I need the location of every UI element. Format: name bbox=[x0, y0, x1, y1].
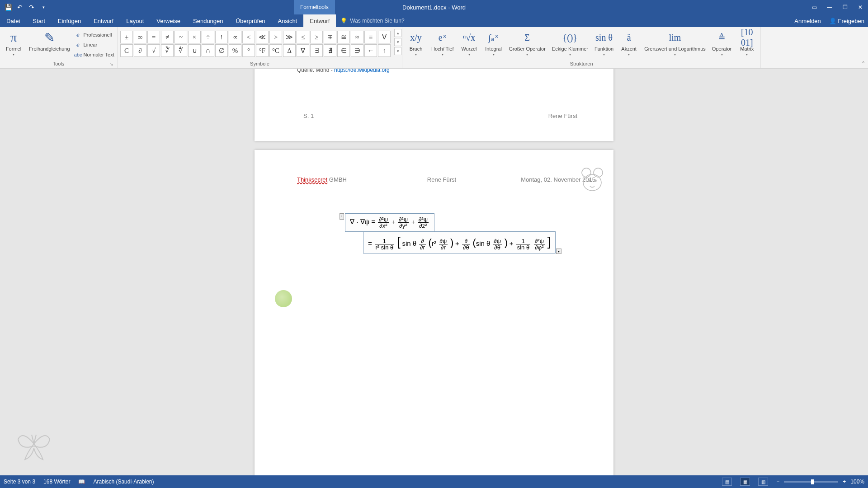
symbol-cell[interactable]: ∋ bbox=[351, 44, 363, 57]
status-proofing-icon[interactable]: 📖 bbox=[78, 479, 85, 485]
symbol-gallery[interactable]: ±∞=≠~×÷!∝<≪>≫≤≥∓≅≈≡∀ C∂√∛∜∪∩∅%°°F°C∆∇∃∄∈… bbox=[120, 29, 391, 57]
symbol-gallery-scroll[interactable]: ▴ ▾ ▾ bbox=[394, 29, 401, 55]
symbol-cell[interactable]: ∩ bbox=[202, 44, 214, 57]
formel-button[interactable]: π Formel ▾ bbox=[3, 29, 24, 57]
restore-icon[interactable]: ❐ bbox=[837, 0, 853, 14]
symbol-cell[interactable]: < bbox=[242, 31, 255, 43]
redo-icon[interactable]: ↷ bbox=[26, 2, 37, 13]
normaler-text-button[interactable]: abcNormaler Text bbox=[75, 50, 114, 60]
symbol-cell[interactable]: × bbox=[188, 31, 201, 43]
symbol-cell[interactable]: ≈ bbox=[351, 31, 363, 43]
equation-line2[interactable]: = 1r² sin θ [ sin θ ∂∂r (r² ∂ψ∂r ) + ∂∂θ… bbox=[363, 231, 556, 253]
save-icon[interactable]: 💾 bbox=[3, 2, 14, 13]
share-button[interactable]: 👤 Freigeben bbox=[829, 18, 864, 24]
symbol-cell[interactable]: ~ bbox=[175, 31, 187, 43]
symbol-cell[interactable]: ↑ bbox=[378, 44, 391, 57]
symbol-cell[interactable]: ∈ bbox=[337, 44, 350, 57]
ribbon-options-icon[interactable]: ▭ bbox=[807, 0, 822, 14]
symbol-cell[interactable]: ∄ bbox=[324, 44, 336, 57]
symbol-cell[interactable]: ≡ bbox=[364, 31, 377, 43]
minimize-icon[interactable]: — bbox=[822, 0, 837, 14]
symbol-cell[interactable]: C bbox=[120, 44, 133, 57]
operator-button[interactable]: ≜ Operator ▾ bbox=[710, 29, 733, 57]
symbol-cell[interactable]: = bbox=[147, 31, 160, 43]
symbol-cell[interactable]: ≥ bbox=[310, 31, 323, 43]
symbol-cell[interactable]: ∃ bbox=[310, 44, 323, 57]
integral-button[interactable]: ∫ₐˣ Integral ▾ bbox=[483, 29, 505, 57]
linear-button[interactable]: ⅇLinear bbox=[75, 40, 114, 50]
scroll-up-icon[interactable]: ▴ bbox=[394, 29, 401, 37]
signin-link[interactable]: Anmelden bbox=[794, 18, 821, 24]
symbol-cell[interactable]: °F bbox=[256, 44, 269, 57]
symbol-cell[interactable]: ≪ bbox=[256, 31, 269, 43]
equation-handle-icon[interactable]: ⋮ bbox=[340, 213, 344, 220]
source-link[interactable]: https://de.wikipedia.org bbox=[334, 69, 390, 73]
symbol-cell[interactable]: % bbox=[229, 44, 241, 57]
symbol-cell[interactable]: √ bbox=[147, 44, 160, 57]
close-icon[interactable]: ✕ bbox=[853, 0, 868, 14]
symbol-cell[interactable]: ∞ bbox=[134, 31, 146, 43]
undo-icon[interactable]: ↶ bbox=[14, 2, 25, 13]
tab-ansicht[interactable]: Ansicht bbox=[272, 14, 304, 27]
symbol-cell[interactable]: ∆ bbox=[283, 44, 296, 57]
tab-datei[interactable]: Datei bbox=[0, 14, 26, 27]
equation-object[interactable]: ⋮ ∇ · ∇ψ = ∂²ψ∂x² + ∂²ψ∂y² + ∂²ψ∂z² = 1r… bbox=[345, 213, 556, 253]
symbol-cell[interactable]: ← bbox=[364, 44, 377, 57]
symbol-cell[interactable]: ∓ bbox=[324, 31, 336, 43]
zoom-value[interactable]: 100% bbox=[850, 479, 864, 485]
tab-verweise[interactable]: Verweise bbox=[150, 14, 187, 27]
equation-options-icon[interactable]: ▾ bbox=[556, 249, 561, 254]
funktion-button[interactable]: sin θ Funktion ▾ bbox=[593, 29, 615, 57]
tell-me-search[interactable]: 💡 Was möchten Sie tun? bbox=[336, 14, 404, 27]
symbol-cell[interactable]: ∝ bbox=[229, 31, 241, 43]
symbol-cell[interactable]: ± bbox=[120, 31, 133, 43]
symbol-cell[interactable]: ≫ bbox=[283, 31, 296, 43]
zoom-control[interactable]: − + 100% bbox=[776, 479, 864, 485]
symbol-cell[interactable]: ≤ bbox=[297, 31, 309, 43]
symbol-cell[interactable]: ! bbox=[215, 31, 228, 43]
status-page[interactable]: Seite 3 von 3 bbox=[4, 479, 35, 485]
freihand-button[interactable]: ✎ Freihandgleichung bbox=[27, 29, 72, 52]
equation-line1[interactable]: ∇ · ∇ψ = ∂²ψ∂x² + ∂²ψ∂y² + ∂²ψ∂z² bbox=[345, 213, 434, 232]
read-mode-icon[interactable]: ▤ bbox=[722, 478, 732, 486]
tab-layout[interactable]: Layout bbox=[120, 14, 150, 27]
zoom-in-icon[interactable]: + bbox=[843, 479, 846, 485]
symbol-cell[interactable]: > bbox=[269, 31, 282, 43]
scroll-down-icon[interactable]: ▾ bbox=[394, 38, 401, 46]
bruch-button[interactable]: x/y Bruch ▾ bbox=[405, 29, 427, 57]
zoom-slider[interactable] bbox=[784, 481, 838, 483]
document-area[interactable]: Quelle. Mond - https://de.wikipedia.org … bbox=[0, 69, 868, 475]
matrix-button[interactable]: [10 01] Matrix ▾ bbox=[736, 29, 758, 57]
wurzel-button[interactable]: ⁿ√x Wurzel ▾ bbox=[458, 29, 480, 57]
grosser-button[interactable]: Σ Großer Operator ▾ bbox=[507, 29, 547, 57]
web-layout-icon[interactable]: ▥ bbox=[758, 478, 768, 486]
professionell-button[interactable]: ⅇProfessionell bbox=[75, 30, 114, 40]
symbol-cell[interactable]: ≅ bbox=[337, 31, 350, 43]
symbol-cell[interactable]: ÷ bbox=[202, 31, 214, 43]
status-words[interactable]: 168 Wörter bbox=[43, 479, 70, 485]
symbol-cell[interactable]: ∂ bbox=[134, 44, 146, 57]
symbol-cell[interactable]: ∅ bbox=[215, 44, 228, 57]
print-layout-icon[interactable]: ▦ bbox=[740, 478, 750, 486]
symbol-cell[interactable]: °C bbox=[269, 44, 282, 57]
tab-einfuegen[interactable]: Einfügen bbox=[52, 14, 87, 27]
tab-start[interactable]: Start bbox=[26, 14, 51, 27]
tab-sendungen[interactable]: Sendungen bbox=[187, 14, 230, 27]
symbol-cell[interactable]: ∜ bbox=[175, 44, 187, 57]
symbol-cell[interactable]: ° bbox=[242, 44, 255, 57]
dialog-launcher-icon[interactable]: ↘ bbox=[110, 62, 113, 66]
collapse-ribbon-icon[interactable]: ⌃ bbox=[861, 61, 865, 66]
symbol-cell[interactable]: ∀ bbox=[378, 31, 391, 43]
status-language[interactable]: Arabisch (Saudi-Arabien) bbox=[93, 479, 154, 485]
gallery-more-icon[interactable]: ▾ bbox=[394, 47, 401, 55]
tab-ueberpruefen[interactable]: Überprüfen bbox=[230, 14, 272, 27]
tab-entwurf[interactable]: Entwurf bbox=[87, 14, 120, 27]
tab-entwurf-formel[interactable]: Entwurf bbox=[303, 14, 336, 27]
symbol-cell[interactable]: ∇ bbox=[297, 44, 309, 57]
akzent-button[interactable]: ä Akzent ▾ bbox=[618, 29, 640, 57]
grenzwert-button[interactable]: lim Grenzwert und Logarithmus ▾ bbox=[642, 29, 708, 57]
qat-dropdown-icon[interactable]: ▾ bbox=[38, 2, 49, 13]
klammer-button[interactable]: {()} Eckige Klammer ▾ bbox=[550, 29, 590, 57]
zoom-out-icon[interactable]: − bbox=[776, 479, 779, 485]
symbol-cell[interactable]: ∪ bbox=[188, 44, 201, 57]
